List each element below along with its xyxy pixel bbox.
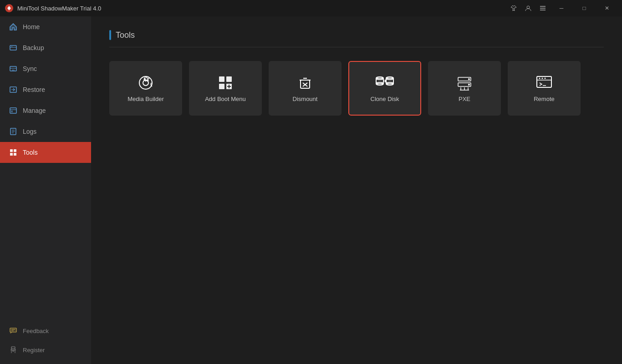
- svg-point-28: [139, 76, 152, 89]
- remote-label: Remote: [534, 96, 555, 102]
- restore-label: Restore: [23, 86, 45, 93]
- close-button[interactable]: ✕: [597, 0, 617, 16]
- tool-card-add-boot-menu[interactable]: Add Boot Menu: [189, 61, 262, 116]
- sync-icon: [9, 65, 17, 73]
- add-boot-menu-label: Add Boot Menu: [205, 96, 246, 102]
- svg-point-56: [542, 77, 543, 79]
- manage-label: Manage: [23, 107, 46, 114]
- sidebar: Home Backup Sync: [0, 16, 91, 364]
- sync-label: Sync: [23, 65, 37, 72]
- main-layout: Home Backup Sync: [0, 16, 622, 364]
- tools-label: Tools: [23, 149, 38, 156]
- backup-label: Backup: [23, 44, 44, 51]
- svg-rect-19: [10, 149, 13, 152]
- sidebar-item-sync[interactable]: Sync: [0, 58, 91, 79]
- minimize-button[interactable]: ─: [551, 0, 572, 16]
- backup-icon: [9, 44, 17, 52]
- media-builder-label: Media Builder: [127, 96, 164, 102]
- register-label: Register: [23, 347, 45, 354]
- user-button[interactable]: [522, 2, 535, 15]
- maximize-button[interactable]: □: [574, 0, 595, 16]
- svg-rect-22: [14, 153, 16, 156]
- media-builder-icon: [138, 75, 154, 91]
- tool-card-remote[interactable]: Remote: [508, 61, 581, 116]
- sidebar-item-manage[interactable]: Manage: [0, 100, 91, 121]
- svg-rect-8: [11, 46, 12, 47]
- titlebar: MiniTool ShadowMaker Trial 4.0 ─ □ ✕: [0, 0, 622, 16]
- feedback-label: Feedback: [23, 328, 49, 334]
- tools-icon: [9, 148, 17, 157]
- tools-grid: Media Builder Add Boot Menu: [109, 61, 604, 116]
- remote-icon: [536, 75, 552, 91]
- svg-rect-26: [11, 347, 15, 349]
- register-icon: [9, 346, 17, 354]
- svg-rect-23: [10, 328, 16, 332]
- pxe-icon: [456, 75, 473, 91]
- manage-icon: [9, 106, 17, 115]
- tool-card-media-builder[interactable]: Media Builder: [109, 61, 182, 116]
- pxe-label: PXE: [459, 96, 470, 102]
- logs-icon: [9, 127, 17, 136]
- svg-rect-31: [226, 76, 232, 82]
- restore-icon: [9, 86, 17, 94]
- svg-rect-14: [11, 111, 13, 112]
- sidebar-item-home[interactable]: Home: [0, 16, 91, 37]
- page-title: Tools: [116, 30, 135, 40]
- clone-disk-icon: [376, 75, 394, 91]
- header-accent-bar: [109, 30, 111, 40]
- menu-button[interactable]: [536, 2, 549, 15]
- app-title: MiniTool ShadowMaker Trial 4.0: [17, 5, 507, 12]
- sidebar-item-restore[interactable]: Restore: [0, 79, 91, 100]
- dismount-label: Dismount: [293, 96, 318, 102]
- svg-point-2: [527, 6, 530, 9]
- sidebar-item-backup[interactable]: Backup: [0, 37, 91, 58]
- svg-point-27: [13, 350, 14, 352]
- svg-rect-20: [14, 149, 16, 152]
- svg-point-57: [545, 77, 546, 79]
- sidebar-item-register[interactable]: Register: [0, 340, 91, 359]
- svg-rect-32: [219, 84, 224, 89]
- sidebar-item-tools[interactable]: Tools: [0, 142, 91, 163]
- home-label: Home: [23, 23, 40, 30]
- logs-label: Logs: [23, 128, 36, 135]
- home-icon: [9, 23, 17, 31]
- tool-card-pxe[interactable]: PXE: [428, 61, 501, 116]
- svg-point-48: [468, 84, 470, 86]
- content-area: Tools Media Builder: [91, 16, 622, 364]
- tool-card-clone-disk[interactable]: Clone Disk: [348, 61, 421, 116]
- sidebar-item-feedback[interactable]: Feedback: [0, 321, 91, 340]
- feedback-icon: [9, 327, 17, 335]
- sidebar-item-logs[interactable]: Logs: [0, 121, 91, 142]
- titlebar-actions: ─ □ ✕: [507, 0, 617, 16]
- dismount-icon: [297, 75, 313, 91]
- svg-point-55: [539, 77, 540, 79]
- app-logo-icon: [5, 4, 14, 13]
- pin-button[interactable]: [507, 2, 520, 15]
- tool-card-dismount[interactable]: Dismount: [269, 61, 342, 116]
- page-header: Tools: [109, 30, 604, 47]
- clone-disk-label: Clone Disk: [371, 96, 399, 102]
- svg-rect-21: [10, 153, 13, 156]
- svg-point-47: [468, 78, 470, 80]
- svg-rect-30: [219, 76, 224, 82]
- add-boot-menu-icon: [217, 75, 234, 91]
- svg-rect-6: [10, 46, 16, 50]
- sidebar-bottom: Feedback Register: [0, 321, 91, 364]
- svg-point-1: [8, 7, 10, 9]
